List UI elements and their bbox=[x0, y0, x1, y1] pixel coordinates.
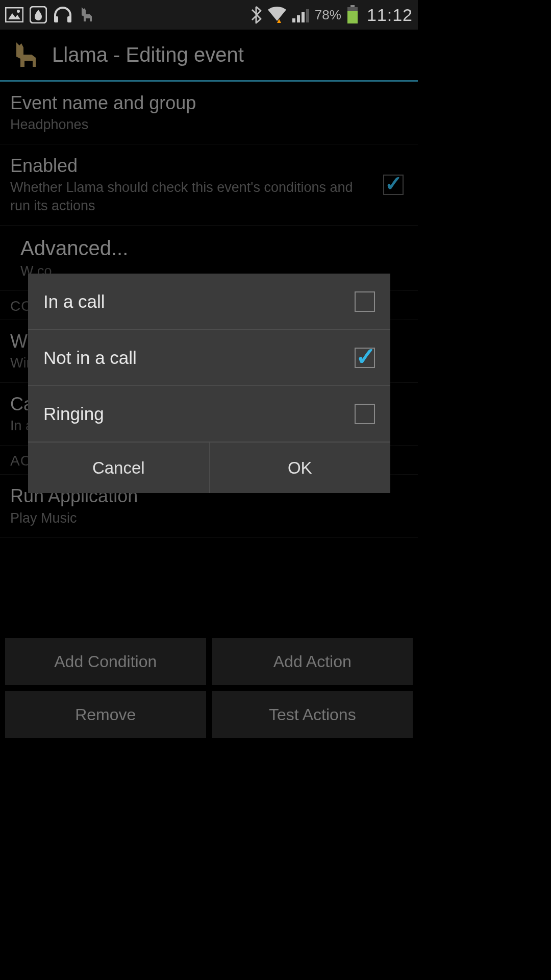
wifi-icon bbox=[267, 7, 287, 23]
dialog-option-ringing[interactable]: Ringing bbox=[28, 386, 390, 442]
event-name-title: Event name and group bbox=[10, 92, 408, 114]
event-name-item[interactable]: Event name and group Headphones bbox=[0, 82, 418, 144]
svg-rect-10 bbox=[306, 9, 309, 22]
dialog-option-in-call-label: In a call bbox=[43, 291, 355, 312]
remove-button[interactable]: Remove bbox=[5, 691, 206, 738]
enabled-checkbox[interactable]: ✓ bbox=[383, 175, 404, 195]
svg-rect-5 bbox=[67, 16, 71, 22]
ok-label: OK bbox=[288, 458, 312, 478]
svg-rect-8 bbox=[297, 15, 300, 22]
picture-icon bbox=[5, 7, 23, 22]
svg-point-2 bbox=[17, 10, 20, 13]
add-condition-label: Add Condition bbox=[54, 652, 157, 671]
battery-percent: 78% bbox=[315, 7, 341, 23]
dialog-option-not-in-call[interactable]: Not in a call ✓ bbox=[28, 330, 390, 386]
battery-icon bbox=[346, 5, 359, 24]
add-action-button[interactable]: Add Action bbox=[212, 638, 413, 685]
llama-app-icon bbox=[10, 40, 40, 70]
dialog-option-not-in-call-label: Not in a call bbox=[43, 348, 355, 368]
app-header: Llama - Editing event bbox=[0, 30, 418, 82]
headphones-icon bbox=[53, 6, 72, 23]
add-action-label: Add Action bbox=[273, 652, 352, 671]
status-bar: 78% 11:12 bbox=[0, 0, 418, 30]
svg-rect-9 bbox=[302, 12, 305, 22]
button-bar: Add Condition Add Action Remove Test Act… bbox=[0, 633, 418, 743]
call-state-dialog: In a call Not in a call ✓ Ringing Cancel… bbox=[28, 274, 390, 493]
dialog-buttons: Cancel OK bbox=[28, 442, 390, 493]
dialog-option-ringing-label: Ringing bbox=[43, 404, 355, 424]
status-right: 78% 11:12 bbox=[251, 5, 413, 25]
svg-marker-1 bbox=[8, 13, 20, 19]
status-left bbox=[5, 6, 94, 23]
enabled-sub: Whether Llama should check this event's … bbox=[10, 179, 367, 214]
event-name-value: Headphones bbox=[10, 116, 408, 134]
screen-root: 78% 11:12 Llama - Editing event Event na… bbox=[0, 0, 418, 743]
signal-icon bbox=[292, 7, 310, 22]
svg-rect-13 bbox=[347, 11, 358, 23]
action-runapp-sub: Play Music bbox=[10, 509, 408, 527]
drop-icon bbox=[30, 6, 47, 23]
add-condition-button[interactable]: Add Condition bbox=[5, 638, 206, 685]
cancel-label: Cancel bbox=[92, 458, 145, 478]
cancel-button[interactable]: Cancel bbox=[28, 443, 209, 493]
svg-rect-4 bbox=[54, 16, 58, 22]
clock: 11:12 bbox=[367, 5, 413, 25]
test-actions-label: Test Actions bbox=[269, 705, 356, 724]
svg-rect-7 bbox=[292, 18, 295, 22]
dialog-option-in-call[interactable]: In a call bbox=[28, 274, 390, 330]
svg-rect-0 bbox=[6, 8, 23, 22]
dialog-option-not-in-call-checkbox[interactable]: ✓ bbox=[355, 348, 375, 368]
ok-button[interactable]: OK bbox=[210, 443, 391, 493]
test-actions-button[interactable]: Test Actions bbox=[212, 691, 413, 738]
remove-label: Remove bbox=[75, 705, 136, 724]
svg-rect-11 bbox=[350, 5, 355, 7]
advanced-title: Advanced... bbox=[20, 236, 408, 260]
bluetooth-icon bbox=[251, 6, 262, 24]
llama-status-icon bbox=[79, 6, 94, 23]
dialog-option-ringing-checkbox[interactable] bbox=[355, 404, 375, 424]
enabled-item[interactable]: Enabled Whether Llama should check this … bbox=[0, 144, 418, 225]
dialog-option-in-call-checkbox[interactable] bbox=[355, 291, 375, 312]
enabled-title: Enabled bbox=[10, 155, 367, 177]
page-title: Llama - Editing event bbox=[52, 43, 244, 66]
